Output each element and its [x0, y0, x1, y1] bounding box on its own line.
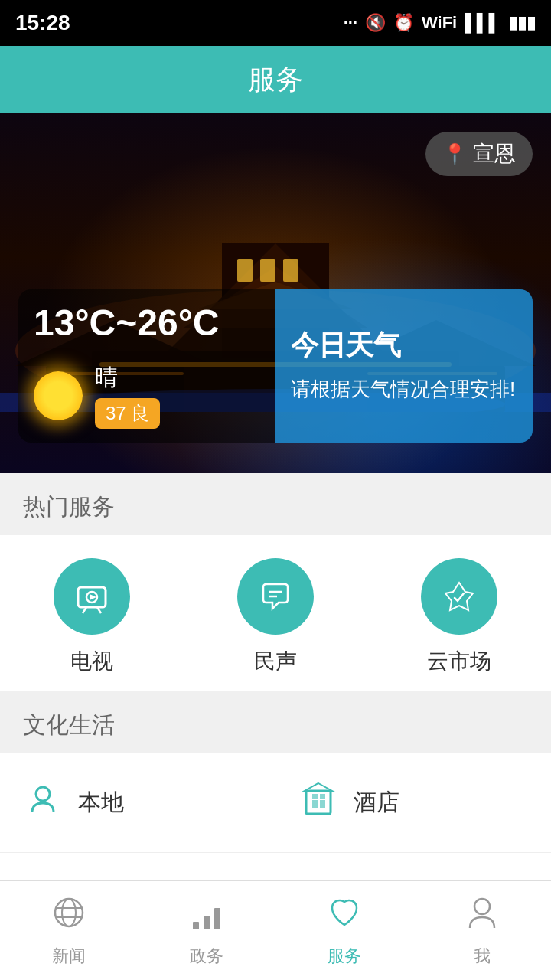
alarm-icon: ⏰ [393, 13, 414, 33]
culture-cell-hotel[interactable]: 酒店 [276, 753, 551, 853]
svg-point-25 [36, 787, 50, 801]
nav-item-service[interactable]: 服务 [276, 894, 413, 968]
mute-icon: 🔇 [365, 13, 386, 33]
nav-item-me[interactable]: 我 [413, 894, 551, 968]
wifi-icon: WiFi [422, 13, 457, 33]
culture-icon-hotel [298, 779, 338, 827]
weather-card: 13°C~26°C 晴 37 良 今日天气 请根据天气情况合理安排! [18, 289, 533, 443]
svg-rect-13 [237, 259, 253, 282]
service-icon-market [421, 558, 497, 635]
nav-item-politics[interactable]: 政务 [138, 894, 276, 968]
battery-icon: ▮▮▮ [508, 13, 536, 33]
svg-rect-26 [306, 791, 331, 814]
location-badge[interactable]: 📍 宣恩 [425, 132, 533, 176]
culture-icon-local [23, 779, 63, 827]
signal-dots-icon: ··· [344, 13, 357, 33]
weather-description: 晴 [95, 362, 160, 394]
hero-banner: 📍 宣恩 13°C~26°C 晴 37 良 今日天气 请根据天气情况合理安排! [0, 113, 551, 473]
time: 15:28 [15, 11, 70, 35]
temperature-range: 13°C~26°C [34, 303, 260, 344]
location-name: 宣恩 [473, 139, 516, 168]
svg-rect-30 [312, 794, 318, 799]
bottom-nav: 新闻 政务 服务 我 [0, 880, 551, 980]
svg-rect-41 [214, 908, 220, 929]
culture-cell-local[interactable]: 本地 [0, 753, 276, 853]
culture-section-header: 文化生活 [0, 691, 551, 753]
svg-rect-14 [260, 259, 276, 282]
nav-icon-me [464, 894, 500, 939]
nav-label-me: 我 [474, 945, 491, 968]
service-icon-voice [237, 558, 314, 635]
svg-rect-29 [320, 800, 325, 808]
svg-marker-22 [90, 594, 96, 600]
today-weather-message: 请根据天气情况合理安排! [291, 374, 517, 404]
nav-label-service: 服务 [328, 945, 361, 968]
hot-services-grid: 电视 民声 云市场 [0, 535, 551, 691]
svg-point-42 [474, 899, 490, 914]
service-item-voice[interactable]: 民声 [199, 558, 352, 676]
svg-rect-39 [193, 922, 199, 929]
nav-icon-service [326, 894, 363, 939]
culture-label-local: 本地 [78, 787, 124, 818]
top-nav: 服务 [0, 46, 551, 113]
culture-label-hotel: 酒店 [354, 787, 399, 818]
nav-label-politics: 政务 [190, 945, 223, 968]
hot-services-header: 热门服务 [0, 473, 551, 535]
sun-icon [34, 371, 83, 420]
nav-item-news[interactable]: 新闻 [0, 894, 138, 968]
service-label-market: 云市场 [427, 647, 491, 676]
service-icon-tv [54, 558, 130, 635]
svg-point-35 [55, 899, 83, 926]
cellular-icon: ▌▌▌ [465, 13, 500, 33]
svg-rect-40 [204, 916, 210, 929]
service-item-tv[interactable]: 电视 [15, 558, 168, 676]
service-label-voice: 民声 [254, 647, 297, 676]
weather-right-panel: 今日天气 请根据天气情况合理安排! [276, 289, 533, 443]
aqi-badge: 37 良 [95, 398, 160, 429]
svg-rect-31 [320, 794, 325, 799]
today-weather-title: 今日天气 [291, 327, 517, 364]
service-label-tv: 电视 [70, 647, 113, 676]
page-title: 服务 [248, 61, 303, 99]
svg-rect-15 [283, 259, 298, 282]
nav-icon-news [51, 894, 87, 939]
svg-rect-28 [312, 800, 318, 808]
nav-label-news: 新闻 [52, 945, 86, 968]
weather-left-panel: 13°C~26°C 晴 37 良 [18, 289, 276, 443]
location-pin-icon: 📍 [442, 142, 467, 166]
service-item-market[interactable]: 云市场 [383, 558, 536, 676]
nav-icon-politics [188, 894, 225, 939]
status-icons: ··· 🔇 ⏰ WiFi ▌▌▌ ▮▮▮ [344, 13, 536, 33]
svg-point-36 [62, 899, 76, 926]
status-bar: 15:28 ··· 🔇 ⏰ WiFi ▌▌▌ ▮▮▮ [0, 0, 551, 46]
